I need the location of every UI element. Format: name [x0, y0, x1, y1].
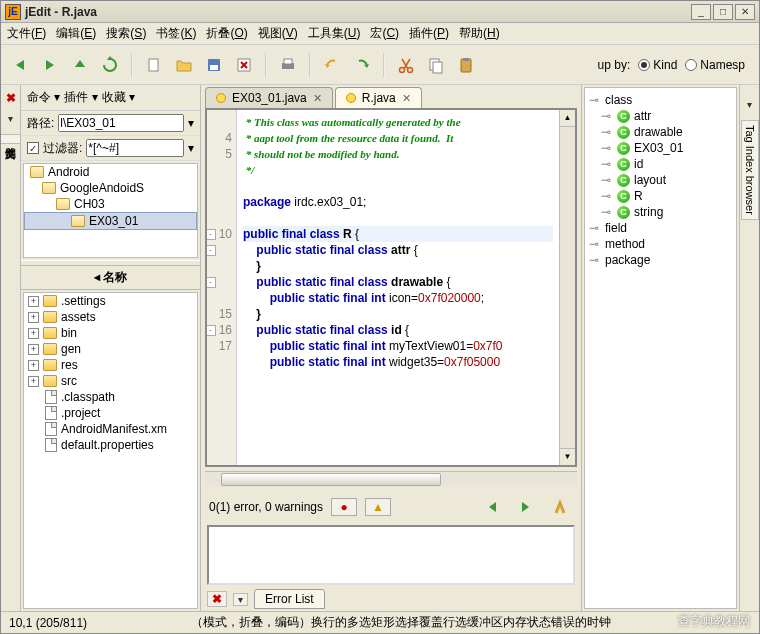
- proj-item[interactable]: +res: [24, 357, 197, 373]
- menu-plugin[interactable]: 插件(P): [409, 25, 449, 42]
- nav-back-button[interactable]: [7, 52, 33, 78]
- path-input[interactable]: [58, 114, 184, 132]
- menu-search[interactable]: 搜索(S): [106, 25, 146, 42]
- toolbar: up by: Kind Namesp: [1, 45, 759, 85]
- cut-button[interactable]: [393, 52, 419, 78]
- left-dock-dropdown-icon[interactable]: ▾: [8, 113, 13, 124]
- line-gutter: 4510151617: [207, 110, 237, 465]
- folder-GoogleAndoidS[interactable]: GoogleAndoidS: [24, 180, 197, 196]
- left-panel: 命令 ▾ 插件 ▾ 收藏 ▾ 路径: ▾ ✓ 过滤器: ▾ AndroidGoo…: [21, 85, 201, 611]
- path-dropdown-icon[interactable]: ▾: [188, 116, 194, 130]
- class-member[interactable]: CR: [587, 188, 734, 204]
- copy-button[interactable]: [423, 52, 449, 78]
- close-window-button[interactable]: ✕: [735, 4, 755, 20]
- class-member[interactable]: Cid: [587, 156, 734, 172]
- class-member[interactable]: Clayout: [587, 172, 734, 188]
- undo-button[interactable]: [319, 52, 345, 78]
- buffer-tabs: EX03_01.java✕R.java✕: [201, 85, 581, 108]
- menu-view[interactable]: 视图(V): [258, 25, 298, 42]
- tab-close-icon[interactable]: ✕: [402, 92, 411, 105]
- minimize-button[interactable]: _: [691, 4, 711, 20]
- menu-macro[interactable]: 宏(C): [370, 25, 399, 42]
- menu-tools[interactable]: 工具集(U): [308, 25, 361, 42]
- group-by-selector: up by: Kind Namesp: [598, 58, 753, 72]
- menu-file[interactable]: 文件(F): [7, 25, 46, 42]
- svg-rect-0: [149, 59, 158, 71]
- nav-forward-button[interactable]: [37, 52, 63, 78]
- code-content[interactable]: * This class was automatically generated…: [237, 110, 559, 465]
- class-node[interactable]: class: [587, 92, 734, 108]
- editor[interactable]: 4510151617 * This class was automaticall…: [205, 108, 577, 467]
- proj-item[interactable]: .classpath: [24, 389, 197, 405]
- proj-item[interactable]: +bin: [24, 325, 197, 341]
- proj-item[interactable]: +.settings: [24, 293, 197, 309]
- filter-dropdown-icon[interactable]: ▾: [188, 141, 194, 155]
- radio-kind[interactable]: Kind: [638, 58, 677, 72]
- maximize-button[interactable]: □: [713, 4, 733, 20]
- error-list-body[interactable]: [207, 525, 575, 585]
- proj-item[interactable]: +src: [24, 373, 197, 389]
- error-clear-button[interactable]: [547, 494, 573, 520]
- svg-rect-2: [210, 65, 218, 70]
- tab-close-icon[interactable]: ✕: [313, 92, 322, 105]
- open-file-button[interactable]: [171, 52, 197, 78]
- editor-area: EX03_01.java✕R.java✕ 4510151617 * This c…: [201, 85, 581, 611]
- folder-tree[interactable]: AndroidGoogleAndoidSCH03EX03_01: [23, 163, 198, 258]
- proj-item[interactable]: default.properties: [24, 437, 197, 453]
- error-filter-error[interactable]: ●: [331, 498, 357, 516]
- cmd-dropdown[interactable]: 命令 ▾: [27, 89, 60, 106]
- menu-edit[interactable]: 编辑(E): [56, 25, 96, 42]
- tab-R.java[interactable]: R.java✕: [335, 87, 422, 108]
- proj-item[interactable]: +gen: [24, 341, 197, 357]
- window-title: jEdit - R.java: [25, 5, 691, 19]
- error-filter-warn[interactable]: ▲: [365, 498, 391, 516]
- editor-hscroll[interactable]: [205, 471, 577, 487]
- class-member[interactable]: CEX03_01: [587, 140, 734, 156]
- folder-CH03[interactable]: CH03: [24, 196, 197, 212]
- proj-item[interactable]: .project: [24, 405, 197, 421]
- errorlist-tab[interactable]: Error List: [254, 589, 325, 609]
- buffer-status-icon: [346, 93, 356, 103]
- menu-help[interactable]: 帮助(H): [459, 25, 500, 42]
- class-member[interactable]: Cdrawable: [587, 124, 734, 140]
- file-browser-tab[interactable]: 文件浏览器: [1, 134, 21, 144]
- proj-item[interactable]: +assets: [24, 309, 197, 325]
- paste-button[interactable]: [453, 52, 479, 78]
- category-node[interactable]: field: [587, 220, 734, 236]
- editor-vscroll[interactable]: [559, 110, 575, 465]
- folder-EX03_01[interactable]: EX03_01: [24, 212, 197, 230]
- filter-checkbox[interactable]: ✓: [27, 142, 39, 154]
- filter-input[interactable]: [86, 139, 184, 157]
- category-node[interactable]: package: [587, 252, 734, 268]
- tag-browser-tab[interactable]: Tag Index browser: [741, 120, 759, 220]
- class-member[interactable]: Cstring: [587, 204, 734, 220]
- tab-EX03_01.java[interactable]: EX03_01.java✕: [205, 87, 333, 108]
- proj-item[interactable]: AndroidManifest.xm: [24, 421, 197, 437]
- menu-fold[interactable]: 折叠(O): [206, 25, 247, 42]
- favorites-dropdown[interactable]: 收藏 ▾: [102, 89, 135, 106]
- save-button[interactable]: [201, 52, 227, 78]
- refresh-button[interactable]: [97, 52, 123, 78]
- errorlist-dropdown-icon[interactable]: ▾: [233, 593, 248, 606]
- redo-button[interactable]: [349, 52, 375, 78]
- menu-bookmark[interactable]: 书签(K): [156, 25, 196, 42]
- left-dock-close-icon[interactable]: ✖: [6, 91, 16, 105]
- new-file-button[interactable]: [141, 52, 167, 78]
- right-dock-dropdown-icon[interactable]: ▾: [747, 99, 752, 110]
- menu-bar: 文件(F)编辑(E)搜索(S)书签(K)折叠(O)视图(V)工具集(U)宏(C)…: [1, 23, 759, 45]
- class-member[interactable]: Cattr: [587, 108, 734, 124]
- folder-Android[interactable]: Android: [24, 164, 197, 180]
- print-button[interactable]: [275, 52, 301, 78]
- category-node[interactable]: method: [587, 236, 734, 252]
- project-tree[interactable]: +.settings+assets+bin+gen+res+src.classp…: [23, 292, 198, 609]
- nav-up-button[interactable]: [67, 52, 93, 78]
- tag-index-tree[interactable]: classCattrCdrawableCEX03_01CidClayoutCRC…: [584, 87, 737, 609]
- plugin-dropdown[interactable]: 插件 ▾: [64, 89, 97, 106]
- errorlist-close-icon[interactable]: ✖: [207, 591, 227, 607]
- buffer-status-icon: [216, 93, 226, 103]
- radio-namespace[interactable]: Namesp: [685, 58, 745, 72]
- error-prev-button[interactable]: [479, 494, 505, 520]
- error-next-button[interactable]: [513, 494, 539, 520]
- close-buffer-button[interactable]: [231, 52, 257, 78]
- svg-point-6: [400, 67, 405, 72]
